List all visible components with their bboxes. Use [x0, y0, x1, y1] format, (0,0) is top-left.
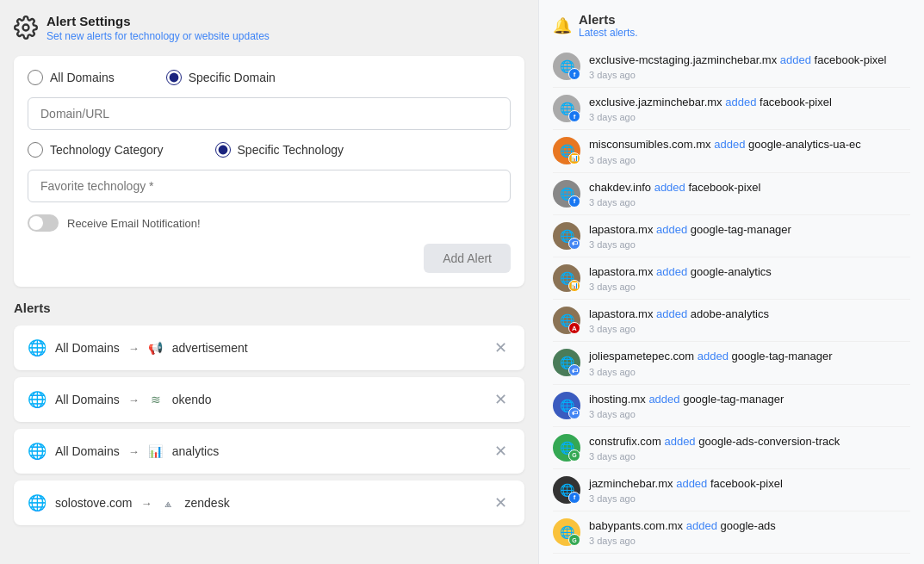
alert-arrow: →	[128, 445, 140, 458]
gear-icon	[14, 15, 38, 40]
alert-settings-header: Alert Settings Set new alerts for techno…	[14, 14, 524, 42]
all-domains-option[interactable]: All Domains	[28, 70, 115, 85]
feed-time: 3 days ago	[589, 197, 910, 208]
latest-alerts-label: Latest alerts.	[579, 27, 638, 39]
alert-domain: solostove.com	[55, 496, 132, 510]
specific-technology-radio[interactable]	[215, 142, 231, 158]
feed-item-line: construfix.com added google-ads-conversi…	[589, 434, 910, 449]
globe-icon: 🌐	[28, 390, 47, 409]
feed-domain: lapastora.mx	[589, 307, 653, 320]
feed-tech: facebook-pixel	[710, 477, 783, 490]
feed-domain: exclusive-mcstaging.jazminchebar.mx	[589, 53, 777, 66]
feed-item-text: lapastora.mx added google-tag-manager 3 …	[589, 222, 910, 250]
feed-tech: google-tag-manager	[691, 223, 791, 236]
all-domains-radio[interactable]	[28, 70, 43, 85]
list-item: 🌐 📊 lapastora.mx added google-analytics …	[553, 257, 910, 300]
list-item: 🌐 A lapastora.mx added adobe-analytics 3…	[553, 300, 910, 342]
alerts-feed-header: 🔔 Alerts Latest alerts.	[553, 12, 910, 39]
feed-action: added	[725, 96, 756, 108]
feed-tech: google-analytics-ua-ec	[748, 138, 861, 151]
specific-technology-option[interactable]: Specific Technology	[215, 142, 344, 158]
alert-tech: advertisement	[172, 341, 248, 355]
globe-icon: 🌐	[28, 442, 47, 461]
add-alert-button[interactable]: Add Alert	[424, 244, 511, 273]
feed-item-line: joliespametepec.com added google-tag-man…	[589, 349, 910, 364]
remove-alert-button[interactable]: ✕	[490, 493, 511, 513]
list-item: 🌐 f chakdev.info added facebook-pixel 3 …	[553, 173, 910, 215]
alert-tech: analytics	[172, 444, 219, 458]
email-notification-toggle[interactable]	[28, 214, 59, 232]
feed-item-line: lapastora.mx added google-analytics	[589, 264, 910, 280]
alert-domain: All Domains	[55, 444, 120, 458]
corner-tech-icon: 📊	[568, 152, 580, 164]
favorite-technology-input[interactable]	[28, 170, 511, 202]
svg-point-0	[23, 25, 29, 31]
list-item: 🌐 f exclusive.jazminchebar.mx added face…	[553, 88, 910, 130]
technology-category-option[interactable]: Technology Category	[28, 142, 164, 158]
feed-tech: google-tag-manager	[683, 393, 784, 406]
specific-domain-radio[interactable]	[166, 70, 182, 85]
feed-action: added	[698, 350, 729, 363]
feed-domain: construfix.com	[589, 435, 661, 448]
feed-action: added	[656, 265, 687, 278]
specific-technology-label: Specific Technology	[238, 143, 344, 157]
domain-url-input[interactable]	[28, 97, 511, 130]
alerts-feed-title: Alerts	[579, 12, 638, 27]
remove-alert-button[interactable]: ✕	[490, 441, 511, 462]
list-item: 🌐 🏷 ihosting.mx added google-tag-manager…	[553, 385, 910, 427]
feed-action: added	[656, 223, 687, 236]
feed-favicon: 🌐 f	[553, 53, 580, 80]
feed-action: added	[648, 393, 679, 406]
remove-alert-button[interactable]: ✕	[490, 389, 511, 410]
feed-time: 3 days ago	[589, 409, 910, 419]
specific-domain-label: Specific Domain	[189, 71, 276, 84]
technology-category-radio[interactable]	[28, 142, 43, 158]
corner-tech-icon: f	[568, 110, 580, 122]
page-title: Alert Settings	[47, 14, 270, 28]
corner-tech-icon: 📊	[568, 280, 580, 292]
feed-domain: babypants.com.mx	[589, 519, 683, 532]
feed-favicon: 🌐 🏷	[553, 222, 580, 250]
toggle-label: Receive Email Notification!	[67, 217, 201, 230]
feed-action: added	[780, 53, 811, 66]
feed-favicon: 🌐 G	[553, 434, 580, 462]
feed-item-text: lapastora.mx added google-analytics 3 da…	[589, 264, 910, 292]
add-alert-row: Add Alert	[28, 244, 511, 273]
domain-radio-row: All Domains Specific Domain	[28, 70, 511, 85]
feed-tech: facebook-pixel	[760, 96, 832, 108]
list-item: 🌐 G babypants.com.mx added google-ads 3 …	[553, 511, 910, 554]
feed-tech: google-ads	[721, 519, 776, 532]
feed-item-line: misconsumibles.com.mx added google-analy…	[589, 137, 910, 152]
globe-icon: 🌐	[28, 493, 47, 512]
feed-item-text: jazminchebar.mx added facebook-pixel 3 d…	[589, 476, 910, 504]
tech-icon-analytics: 📊	[148, 443, 164, 459]
table-row: 🌐 All Domains → ≋ okendo ✕	[14, 377, 524, 422]
feed-favicon: 🌐 f	[553, 476, 580, 504]
remove-alert-button[interactable]: ✕	[490, 338, 511, 358]
feed-domain: lapastora.mx	[589, 223, 653, 236]
feed-item-text: joliespametepec.com added google-tag-man…	[589, 349, 910, 376]
feed-item-line: exclusive.jazminchebar.mx added facebook…	[589, 95, 910, 110]
globe-icon: 🌐	[28, 338, 47, 357]
alert-domain: All Domains	[55, 393, 120, 406]
feed-action: added	[654, 181, 685, 194]
feed-action: added	[664, 435, 695, 448]
feed-item-line: ihosting.mx added google-tag-manager	[589, 392, 910, 407]
feed-item-text: ihosting.mx added google-tag-manager 3 d…	[589, 392, 910, 419]
feed-favicon: 🌐 f	[553, 95, 580, 122]
corner-tech-icon: G	[568, 534, 580, 546]
alert-arrow: →	[128, 342, 140, 355]
technology-radio-row: Technology Category Specific Technology	[28, 142, 511, 158]
feed-time: 3 days ago	[589, 324, 910, 334]
corner-tech-icon: 🏷	[568, 407, 580, 419]
feed-favicon: 🌐 A	[553, 307, 580, 334]
alert-item-content: 🌐 All Domains → 📢 advertisement	[28, 338, 248, 357]
alert-tech: zendesk	[184, 496, 229, 510]
feed-action: added	[686, 519, 717, 532]
feed-item-text: lapastora.mx added adobe-analytics 3 day…	[589, 307, 910, 334]
feed-item-text: exclusive.jazminchebar.mx added facebook…	[589, 95, 910, 122]
tech-icon-okendo: ≋	[148, 392, 164, 407]
bell-icon: 🔔	[553, 16, 572, 35]
alert-item-content: 🌐 All Domains → ≋ okendo	[28, 390, 212, 409]
specific-domain-option[interactable]: Specific Domain	[166, 70, 276, 85]
